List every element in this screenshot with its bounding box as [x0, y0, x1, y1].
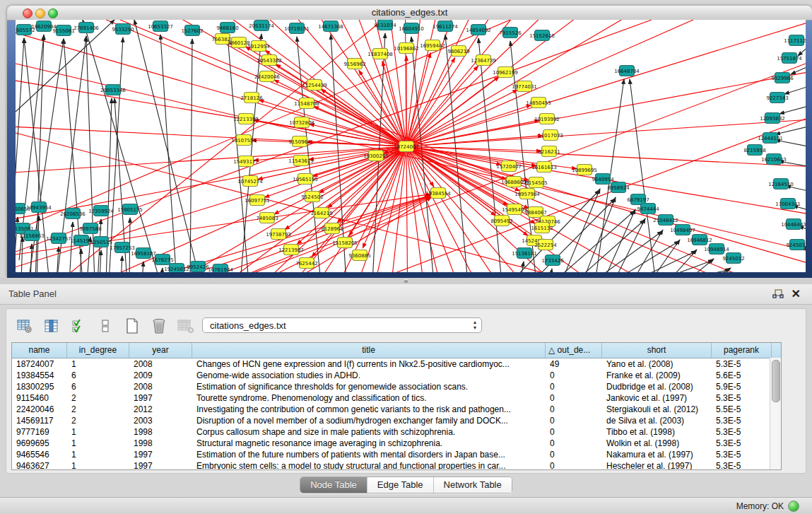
network-node[interactable]: 10745274: [237, 176, 263, 187]
network-node[interactable]: 10446443: [781, 219, 806, 230]
table-row[interactable]: 946362711997Embryonic stem cells: a mode…: [12, 460, 781, 470]
table-row[interactable]: 2242004622012Investigating the contribut…: [12, 404, 781, 415]
network-node[interactable]: 16210643: [761, 154, 787, 165]
network-node[interactable]: 10196862: [394, 43, 419, 54]
network-graph[interactable]: 2605572186209849155061276914069533290106…: [16, 20, 806, 272]
delete-column-icon[interactable]: [151, 317, 167, 334]
float-window-icon[interactable]: [772, 289, 784, 299]
column-header-year[interactable]: year: [129, 343, 192, 358]
network-node[interactable]: 9806219: [447, 46, 469, 57]
network-node[interactable]: 12213987: [278, 245, 304, 255]
tab-edge-table[interactable]: Edge Table: [367, 477, 434, 493]
attribute-table[interactable]: namein_degreeyeartitle△ out_de...shortpa…: [11, 342, 782, 470]
network-node[interactable]: 15152610: [529, 30, 555, 41]
column-header-pagerank[interactable]: pagerank: [712, 343, 772, 358]
network-node[interactable]: 16946812: [687, 235, 712, 245]
column-header-out_de[interactable]: △ out_de...: [546, 343, 602, 358]
network-node[interactable]: 11254439: [302, 80, 327, 90]
network-canvas[interactable]: 2605572186209849155061276914069533290106…: [16, 20, 806, 272]
network-node[interactable]: 7485083: [256, 213, 278, 223]
network-node[interactable]: 9155061: [52, 25, 74, 36]
network-node[interactable]: 21048412: [653, 215, 678, 226]
column-header-title[interactable]: title: [192, 343, 546, 358]
network-node[interactable]: 9245032: [786, 240, 806, 250]
network-node[interactable]: 1164219: [310, 208, 332, 218]
network-node[interactable]: 8131074: [374, 20, 396, 30]
vertical-scrollbar[interactable]: [770, 358, 781, 469]
tab-network-table[interactable]: Network Table: [434, 477, 512, 493]
network-node[interactable]: 2522254: [534, 240, 557, 250]
network-node[interactable]: 9227343: [766, 93, 788, 103]
create-column-icon[interactable]: [124, 317, 141, 334]
column-visibility-icon[interactable]: [43, 317, 60, 334]
divider-handle-icon[interactable]: [404, 279, 408, 283]
network-node[interactable]: 10948914: [704, 244, 729, 255]
network-node[interactable]: 12342757: [46, 233, 71, 244]
close-icon[interactable]: ✕: [792, 287, 801, 300]
network-node[interactable]: 1733426: [541, 255, 564, 266]
network-node[interactable]: 8215958: [743, 145, 765, 156]
network-node[interactable]: 14671368: [318, 21, 343, 32]
toggle-rows-icon[interactable]: [97, 317, 114, 334]
network-node[interactable]: 11171120: [784, 35, 806, 46]
network-node[interactable]: 10719151: [284, 23, 310, 34]
network-node[interactable]: 19611274: [433, 21, 458, 32]
network-node[interactable]: 11837408: [367, 49, 393, 59]
table-row[interactable]: 977716911998Corpus callosum shape and si…: [12, 426, 781, 438]
network-node[interactable]: 1678275: [151, 255, 173, 265]
table-row[interactable]: 1872400712008Changes of HCN gene express…: [12, 358, 781, 370]
split-pane-divider[interactable]: [0, 278, 812, 284]
table-row[interactable]: 911546021997Tourette syndrome. Phenomeno…: [12, 392, 781, 404]
network-node[interactable]: 9150962: [288, 136, 310, 147]
network-node[interactable]: 9524502: [301, 192, 323, 202]
network-node[interactable]: 9952426: [187, 262, 209, 272]
network-node[interactable]: 20531174: [249, 21, 274, 31]
table-row[interactable]: 1456911722003Disruption of a novel membe…: [12, 415, 781, 426]
scrollbar-thumb[interactable]: [772, 360, 780, 402]
table-row[interactable]: 1938455462009Genome-wide association stu…: [12, 370, 781, 381]
table-settings-icon[interactable]: [16, 317, 33, 334]
network-node[interactable]: 9245012: [722, 253, 744, 264]
network-node[interactable]: 12444131: [758, 133, 783, 144]
network-node[interactable]: 15158205: [332, 238, 358, 248]
network-node[interactable]: 1350515: [90, 237, 112, 247]
network-node[interactable]: 16604910: [399, 23, 424, 34]
network-node[interactable]: 8128961: [321, 223, 343, 234]
network-node[interactable]: 10653327: [148, 21, 173, 32]
network-node[interactable]: 9640954: [592, 174, 614, 185]
table-row[interactable]: 969969511998Structural magnetic resonanc…: [12, 438, 781, 449]
network-node[interactable]: 17004341: [775, 199, 801, 209]
network-node[interactable]: 9474444: [637, 204, 659, 214]
network-node[interactable]: 8860128: [228, 37, 249, 48]
network-node[interactable]: 9154505: [525, 177, 547, 188]
row-selection-mode-icon[interactable]: [70, 317, 87, 334]
network-node[interactable]: 11017073: [538, 130, 563, 141]
network-node[interactable]: 14854092: [466, 25, 491, 35]
network-node[interactable]: 1527602: [181, 25, 203, 36]
network-node[interactable]: 7625442: [295, 258, 317, 269]
network-node[interactable]: 9533290: [112, 24, 134, 35]
network-node[interactable]: 2718126: [240, 93, 263, 103]
network-node[interactable]: 9156962: [343, 59, 365, 69]
network-node[interactable]: 1615132: [531, 223, 553, 233]
network-node[interactable]: 9329966: [771, 73, 794, 83]
table-selector-dropdown[interactable]: citations_edges.txt ▴▾: [202, 317, 482, 333]
network-node[interactable]: 14850453: [526, 98, 551, 108]
table-row[interactable]: 1830029562008Estimation of significance …: [12, 381, 781, 392]
network-node[interactable]: 12164510: [768, 179, 794, 189]
network-node[interactable]: 8216211: [538, 146, 560, 157]
network-node[interactable]: 16761944: [208, 264, 233, 273]
network-node[interactable]: 9360885: [348, 250, 370, 261]
column-header-name[interactable]: name: [12, 343, 67, 358]
network-node[interactable]: 10899695: [572, 165, 597, 175]
network-node[interactable]: 10193992: [534, 114, 560, 124]
column-header-short[interactable]: short: [602, 343, 712, 358]
network-node[interactable]: 1145191: [70, 235, 92, 246]
table-row[interactable]: 946554611997Estimation of the future num…: [12, 449, 781, 460]
network-node[interactable]: 15751874: [777, 53, 802, 64]
network-node[interactable]: 5912954: [247, 41, 270, 52]
network-node[interactable]: 8095492: [490, 216, 512, 226]
network-node[interactable]: 7915526: [499, 28, 522, 38]
column-header-in_degree[interactable]: in_degree: [67, 343, 129, 358]
window-titlebar[interactable]: citations_edges.txt: [7, 6, 812, 21]
